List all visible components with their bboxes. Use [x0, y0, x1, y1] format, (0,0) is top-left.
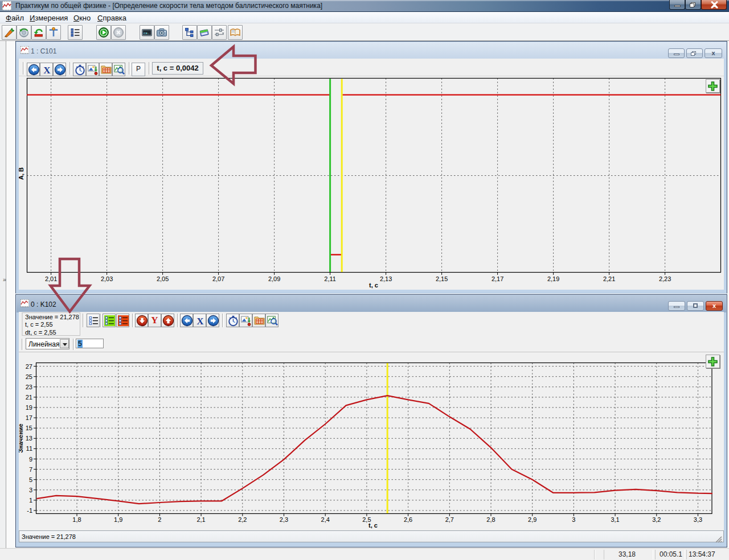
svg-text:-1: -1: [27, 507, 32, 514]
svg-text:1: 1: [29, 497, 32, 504]
svg-text:2,15: 2,15: [436, 275, 448, 282]
svg-text:2,07: 2,07: [212, 275, 224, 282]
svg-text:2,03: 2,03: [101, 275, 113, 282]
svg-text:17: 17: [26, 414, 32, 421]
svg-text:3: 3: [572, 516, 575, 523]
svg-text:2,05: 2,05: [157, 275, 169, 282]
svg-text:2,17: 2,17: [492, 275, 503, 282]
svg-text:Значение: Значение: [19, 423, 24, 452]
svg-text:2,13: 2,13: [380, 275, 392, 282]
svg-text:2,09: 2,09: [268, 275, 280, 282]
svg-text:27: 27: [26, 363, 32, 370]
svg-text:2,7: 2,7: [445, 516, 454, 523]
svg-text:t, c: t, c: [368, 522, 378, 529]
svg-text:3: 3: [29, 487, 32, 493]
svg-text:21: 21: [26, 394, 32, 401]
svg-text:2,8: 2,8: [486, 516, 495, 523]
svg-text:7: 7: [29, 466, 32, 473]
svg-text:2: 2: [158, 516, 161, 523]
svg-text:23: 23: [26, 384, 32, 390]
svg-text:t, c: t, c: [369, 282, 378, 289]
svg-text:2,19: 2,19: [547, 275, 559, 282]
svg-text:A, B: A, B: [19, 167, 24, 180]
svg-text:15: 15: [26, 425, 32, 431]
svg-text:13: 13: [26, 435, 32, 442]
svg-text:2,01: 2,01: [45, 275, 57, 282]
svg-text:X: X: [43, 65, 51, 76]
svg-text:2,23: 2,23: [659, 275, 671, 282]
svg-text:2,1: 2,1: [196, 516, 205, 523]
svg-text:25: 25: [26, 373, 32, 380]
svg-text:2,9: 2,9: [528, 516, 536, 523]
svg-text:19: 19: [26, 404, 32, 411]
svg-text:3,1: 3,1: [611, 516, 619, 523]
svg-text:3,3: 3,3: [694, 516, 702, 523]
svg-text:ca.: ca.: [144, 31, 150, 35]
svg-text:2,2: 2,2: [238, 516, 247, 523]
svg-text:11: 11: [26, 445, 32, 452]
svg-text:2,6: 2,6: [404, 516, 412, 523]
svg-text:X: X: [196, 316, 204, 327]
svg-text:5: 5: [29, 476, 32, 483]
svg-text:1,8: 1,8: [72, 516, 81, 523]
svg-text:1,9: 1,9: [114, 516, 122, 523]
svg-text:2,11: 2,11: [324, 275, 336, 282]
svg-text:3,2: 3,2: [652, 516, 661, 523]
svg-text:2,21: 2,21: [603, 275, 615, 282]
svg-text:2,3: 2,3: [280, 516, 288, 523]
svg-text:2,4: 2,4: [321, 516, 330, 523]
svg-text:9: 9: [29, 456, 32, 463]
